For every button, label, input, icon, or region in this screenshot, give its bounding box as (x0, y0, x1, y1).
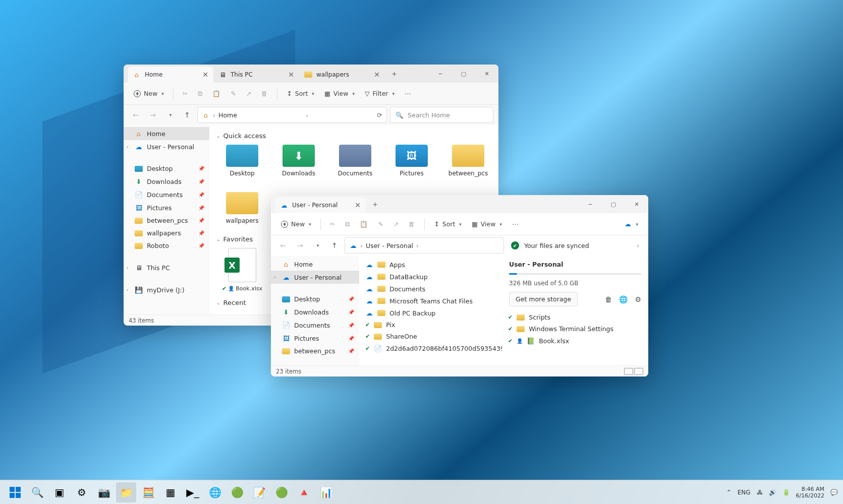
maximize-button[interactable]: ▢ (452, 66, 475, 82)
sidebar-item-onedrive[interactable]: ›☁User - Personal (124, 140, 209, 153)
tab-user-personal[interactable]: ☁ User - Personal ✕ (275, 197, 366, 213)
edge-dev-app[interactable]: 🟢 (227, 482, 247, 502)
sidebar-item-home[interactable]: ⌂Home (271, 258, 359, 271)
pin-icon[interactable]: 📌 (348, 336, 354, 341)
tile-pictures[interactable]: 🖼Pictures (394, 145, 429, 177)
rename-button[interactable]: ✎ (227, 87, 240, 100)
tile-documents[interactable]: Documents (338, 145, 373, 177)
section-quick-access[interactable]: ⌄Quick access (216, 132, 491, 140)
tile-desktop[interactable]: Desktop (224, 145, 260, 177)
view-button[interactable]: ▦ View▾ (320, 87, 359, 100)
new-button[interactable]: New▾ (277, 218, 315, 230)
tile-wallpapers[interactable]: wallpapers (224, 192, 260, 224)
chevron-right-icon[interactable]: › (637, 242, 639, 249)
chevron-down-icon[interactable]: ⌄ (305, 112, 309, 117)
close-button[interactable]: ✕ (475, 66, 498, 82)
share-button[interactable]: ↗ (242, 87, 255, 100)
cut-button[interactable]: ✂ (179, 87, 192, 100)
search-button[interactable]: 🔍 (27, 482, 47, 502)
sort-button[interactable]: ↕ Sort▾ (430, 218, 466, 230)
camera-app[interactable]: 📷 (94, 482, 114, 502)
sidebar-item-downloads[interactable]: ⬇Downloads📌 (124, 175, 209, 188)
tile-book-xlsx[interactable]: ✔👤Book.xlsx (224, 248, 260, 292)
new-button[interactable]: New ▾ (130, 87, 168, 100)
settings-icon[interactable]: ⚙ (635, 295, 641, 303)
sidebar-item-thispc[interactable]: ›🖥This PC (124, 261, 209, 274)
file-item-book-xlsx[interactable]: ✔👤📗Book.xlsx (507, 335, 643, 347)
sidebar-item-downloads[interactable]: ⬇Downloads📌 (271, 305, 359, 319)
filter-button[interactable]: ▽ Filter▾ (361, 87, 399, 100)
details-view-button[interactable] (624, 368, 633, 375)
cut-button[interactable]: ✂ (326, 218, 339, 230)
app-icon-2[interactable]: 📊 (316, 482, 336, 502)
sidebar-item-pictures[interactable]: 🖼Pictures📌 (124, 201, 209, 214)
copy-button[interactable]: ⧉ (194, 87, 206, 100)
tab-close-icon[interactable]: ✕ (288, 71, 294, 79)
chevron-right-icon[interactable]: › (127, 144, 129, 149)
minimize-button[interactable]: ─ (429, 66, 452, 82)
file-item-hash[interactable]: ✔📄2d2d6ad072086bf4105700d5935439... (364, 342, 497, 354)
sync-status-banner[interactable]: ✔ Your files are synced › (507, 241, 643, 249)
onedrive-status-button[interactable]: ☁▾ (620, 218, 642, 231)
pin-icon[interactable]: 📌 (198, 218, 204, 223)
get-more-storage-button[interactable]: Get more storage (509, 292, 578, 306)
file-item-terminal-settings[interactable]: ✔Windows Terminal Settings (507, 323, 643, 335)
search-input[interactable]: 🔍 Search Home (390, 107, 493, 123)
recent-dropdown[interactable]: ▾ (163, 108, 177, 122)
pin-icon[interactable]: 📌 (348, 348, 354, 354)
sidebar-item-mydrive[interactable]: ›💾myDrive (J:) (124, 283, 209, 296)
forward-button[interactable]: → (293, 238, 307, 253)
tile-downloads[interactable]: ⬇Downloads (281, 145, 316, 177)
chevron-right-icon[interactable]: › (127, 287, 129, 292)
copy-button[interactable]: ⧉ (341, 218, 354, 231)
maximize-button[interactable]: ▢ (602, 196, 625, 212)
sort-button[interactable]: ↕ Sort▾ (283, 87, 318, 100)
settings-app[interactable]: ⚙ (72, 482, 92, 502)
sidebar-item-desktop[interactable]: Desktop📌 (271, 293, 359, 305)
notifications-icon[interactable]: 💬 (830, 489, 838, 496)
start-button[interactable] (5, 482, 25, 502)
chevron-right-icon[interactable]: › (127, 265, 129, 270)
up-button[interactable]: ↑ (180, 108, 194, 122)
notepad-app[interactable]: 📝 (249, 482, 269, 502)
sidebar-item-desktop[interactable]: Desktop📌 (124, 162, 209, 175)
paste-button[interactable]: 📋 (208, 87, 224, 100)
sidebar-item-between[interactable]: between_pcs📌 (271, 345, 359, 357)
file-item-teams[interactable]: ☁Microsoft Teams Chat Files (364, 295, 497, 307)
back-button[interactable]: ← (276, 238, 290, 253)
volume-icon[interactable]: 🔊 (769, 489, 776, 496)
new-tab-button[interactable]: ＋ (368, 197, 382, 211)
sidebar-item-documents[interactable]: 📄Documents📌 (124, 188, 209, 201)
address-bar[interactable]: ⌂ › Home ⌄ ⟳ (197, 107, 387, 123)
tray-chevron-icon[interactable]: ⌃ (726, 489, 732, 496)
refresh-button[interactable]: ⟳ (377, 111, 382, 119)
pin-icon[interactable]: 📌 (198, 243, 204, 248)
terminal-app[interactable]: ▶_ (183, 482, 203, 502)
file-explorer-app[interactable]: 📁 (116, 482, 136, 502)
paste-button[interactable]: 📋 (356, 218, 372, 230)
pin-icon[interactable]: 📌 (198, 230, 204, 236)
pin-icon[interactable]: 📌 (198, 205, 204, 211)
delete-button[interactable]: 🗑 (257, 87, 272, 100)
breadcrumb-item[interactable]: User - Personal (366, 242, 413, 249)
tile-between[interactable]: between_pcs (451, 145, 486, 177)
task-view-button[interactable]: ▣ (49, 482, 70, 502)
tab-close-icon[interactable]: ✕ (202, 71, 208, 79)
globe-icon[interactable]: 🌐 (619, 295, 628, 303)
rename-button[interactable]: ✎ (374, 218, 387, 230)
back-button[interactable]: ← (129, 108, 143, 122)
language-indicator[interactable]: ENG (738, 489, 751, 496)
calculator-app[interactable]: 🧮 (138, 482, 158, 502)
pin-icon[interactable]: 📌 (198, 166, 204, 171)
file-item-apps[interactable]: ☁Apps (364, 259, 497, 271)
file-item-shareone[interactable]: ✔ShareOne (364, 331, 497, 342)
tab-close-icon[interactable]: ✕ (374, 71, 380, 79)
breadcrumb-item[interactable]: Home (218, 111, 237, 119)
icons-view-button[interactable] (634, 368, 643, 375)
recent-dropdown[interactable]: ▾ (310, 238, 324, 253)
minimize-button[interactable]: ─ (579, 196, 602, 212)
widgets-button[interactable]: ▦ (160, 482, 181, 502)
sidebar-item-wallpapers[interactable]: wallpapers📌 (124, 227, 209, 239)
delete-button[interactable]: 🗑 (405, 218, 419, 230)
sidebar-item-between[interactable]: between_pcs📌 (124, 214, 209, 227)
